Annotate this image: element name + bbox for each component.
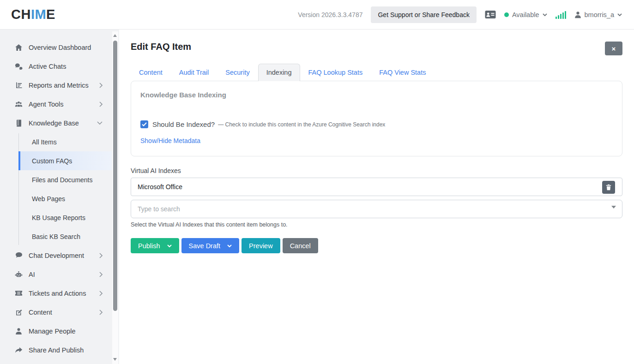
show-hide-metadata-link[interactable]: Show/Hide Metadata <box>140 137 200 144</box>
page-title: Edit FAQ Item <box>131 42 191 52</box>
save-draft-label: Save Draft <box>189 242 221 250</box>
cancel-label: Cancel <box>290 242 311 250</box>
availability-dropdown[interactable]: Available <box>504 11 547 18</box>
chevron-right-icon <box>99 101 103 107</box>
subitem-label: All Items <box>32 138 57 146</box>
sidebar-item-agent-tools[interactable]: Agent Tools <box>0 95 119 113</box>
sidebar-item-knowledge-base[interactable]: Knowledge Base <box>0 113 119 132</box>
preview-label: Preview <box>249 242 273 250</box>
sidebar-item-share-and-publish[interactable]: Share And Publish <box>0 340 119 359</box>
publish-label: Publish <box>138 242 160 250</box>
availability-label: Available <box>512 11 539 18</box>
sidebar-item-active-chats[interactable]: Active Chats <box>0 57 119 76</box>
sidebar-item-label: Tickets and Actions <box>29 290 96 297</box>
sidebar-subitem-web-pages[interactable]: Web Pages <box>18 189 112 208</box>
subitem-label: Files and Documents <box>32 176 93 184</box>
sidebar-item-label: Overview Dashboard <box>29 44 103 51</box>
index-search-input[interactable] <box>131 200 622 218</box>
close-icon: × <box>612 45 616 53</box>
chevron-right-icon <box>99 253 103 258</box>
panel-heading: Knowledge Base Indexing <box>140 91 613 99</box>
chevron-right-icon <box>99 291 103 296</box>
virtual-ai-indexes-label: Virtual AI Indexes <box>131 167 622 174</box>
tab-indexing[interactable]: Indexing <box>258 64 300 81</box>
sidebar-item-label: Chat Development <box>29 252 96 259</box>
sidebar-item-manage-people[interactable]: Manage People <box>0 322 119 340</box>
logo-text-dark2: E <box>46 7 55 22</box>
robot-icon <box>15 270 23 278</box>
indexing-panel: Knowledge Base Indexing Should Be Indexe… <box>131 81 622 156</box>
signal-strength-icon[interactable] <box>556 11 566 19</box>
sidebar-item-reports-and-metrics[interactable]: Reports and Metrics <box>0 76 119 95</box>
chart-icon <box>15 81 23 89</box>
main-content: Edit FAQ Item × Content Audit Trail Secu… <box>119 30 634 364</box>
sidebar-item-content[interactable]: Content <box>0 303 119 322</box>
preview-button[interactable]: Preview <box>242 238 280 253</box>
sidebar-item-label: Knowledge Base <box>29 119 93 127</box>
selected-index-item: Microsoft Office <box>138 183 182 191</box>
virtual-ai-indexes-section: Virtual AI Indexes Microsoft Office Sele… <box>131 167 622 228</box>
sidebar-item-overview-dashboard[interactable]: Overview Dashboard <box>0 38 119 57</box>
cancel-button[interactable]: Cancel <box>283 238 318 253</box>
sidebar-subitem-basic-kb-search[interactable]: Basic KB Search <box>18 227 112 246</box>
index-search-select <box>131 200 622 218</box>
tab-content[interactable]: Content <box>131 64 171 81</box>
chevron-down-icon <box>227 245 232 247</box>
sidebar-item-label: Content <box>29 309 96 316</box>
sidebar-item-chat-development[interactable]: Chat Development <box>0 246 119 265</box>
tab-security[interactable]: Security <box>217 64 258 81</box>
action-buttons: Publish Save Draft Preview Cancel <box>131 238 622 253</box>
subitem-label: KB Usage Reports <box>32 214 85 221</box>
subitem-label: Web Pages <box>32 195 65 203</box>
ticket-icon <box>15 289 23 297</box>
sidebar-subitem-kb-usage-reports[interactable]: KB Usage Reports <box>18 208 112 227</box>
scrollbar-thumb[interactable] <box>113 41 117 311</box>
tab-audit-trail[interactable]: Audit Trail <box>171 64 217 81</box>
subitem-label: Basic KB Search <box>32 233 80 240</box>
should-be-indexed-checkbox[interactable] <box>140 120 148 128</box>
close-button[interactable]: × <box>605 42 622 55</box>
person-icon <box>15 327 23 335</box>
edit-icon <box>15 308 23 316</box>
chevron-right-icon <box>99 310 103 315</box>
top-header: CHIME Version 2026.3.3.4787 Get Support … <box>0 0 634 30</box>
chevron-down-icon <box>543 13 547 16</box>
status-dot-icon <box>504 12 509 17</box>
logo-text-blue: IM <box>31 7 46 22</box>
logo-text-dark1: CH <box>11 7 31 22</box>
sidebar-subitem-custom-faqs[interactable]: Custom FAQs <box>18 151 112 170</box>
sidebar-scrollbar[interactable] <box>112 31 118 364</box>
sidebar-item-label: Share And Publish <box>29 346 103 354</box>
user-icon <box>574 11 581 18</box>
chevron-right-icon <box>99 83 103 88</box>
support-feedback-button[interactable]: Get Support or Share Feedback <box>371 6 476 23</box>
sidebar-item-ai[interactable]: AI <box>0 265 119 284</box>
share-icon <box>15 346 23 354</box>
publish-button[interactable]: Publish <box>131 238 179 253</box>
chevron-down-icon <box>97 121 103 125</box>
sidebar-subitem-files-and-documents[interactable]: Files and Documents <box>18 170 112 189</box>
home-icon <box>15 43 23 51</box>
trash-icon <box>606 184 611 191</box>
scroll-up-arrow-icon[interactable] <box>113 34 117 37</box>
sidebar-subitem-all-items[interactable]: All Items <box>18 132 112 151</box>
sidebar-item-label: AI <box>29 271 96 278</box>
sidebar-item-tickets-and-actions[interactable]: Tickets and Actions <box>0 284 119 303</box>
save-draft-button[interactable]: Save Draft <box>181 238 240 253</box>
chevron-down-icon <box>167 245 172 247</box>
users-icon <box>15 100 23 108</box>
contact-card-icon[interactable] <box>485 10 496 19</box>
tab-faq-lookup-stats[interactable]: FAQ Lookup Stats <box>300 64 371 81</box>
user-menu[interactable]: bmorris_a <box>574 11 622 18</box>
sidebar-item-label: Agent Tools <box>29 101 96 108</box>
tab-faq-view-stats[interactable]: FAQ View Stats <box>371 64 434 81</box>
sidebar-item-label: Active Chats <box>29 63 103 70</box>
remove-index-button[interactable] <box>602 181 615 194</box>
subitem-label: Custom FAQs <box>32 157 72 165</box>
indexes-help-text: Select the Virtual AI Indexes that this … <box>131 221 622 228</box>
scroll-down-arrow-icon[interactable] <box>113 358 117 361</box>
checkbox-help-text: — Check to include this content in the A… <box>218 121 385 128</box>
sidebar-nav: Overview Dashboard Active Chats Reports … <box>0 30 119 364</box>
sidebar-item-label: Manage People <box>29 328 103 335</box>
chat-bubble-icon <box>15 251 23 259</box>
